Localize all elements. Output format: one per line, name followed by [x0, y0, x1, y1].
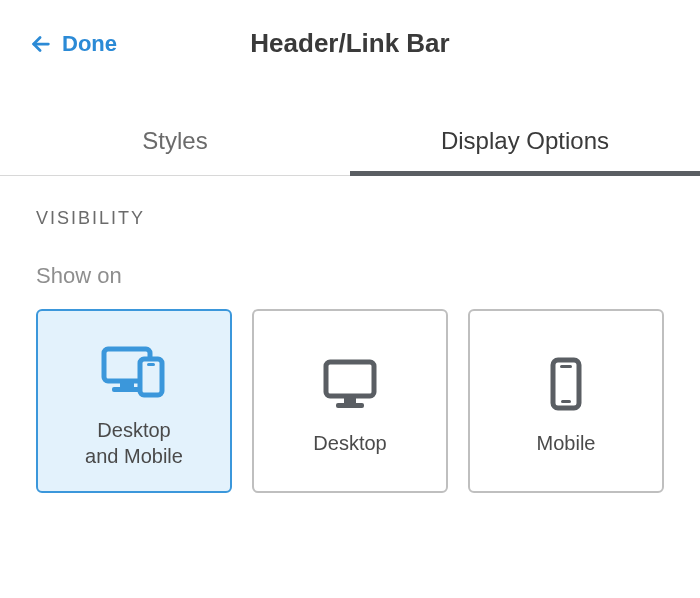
tab-bar: Styles Display Options: [0, 109, 700, 176]
svg-rect-6: [326, 362, 374, 396]
done-button-label: Done: [62, 31, 117, 57]
option-label: Desktop and Mobile: [85, 417, 183, 469]
tab-label: Styles: [142, 127, 207, 154]
svg-rect-2: [120, 383, 134, 387]
tab-styles[interactable]: Styles: [0, 109, 350, 175]
option-label: Desktop: [313, 430, 386, 456]
svg-rect-10: [560, 365, 572, 368]
svg-rect-5: [147, 363, 155, 366]
option-mobile[interactable]: Mobile: [468, 309, 664, 493]
svg-rect-11: [561, 400, 571, 403]
option-label: Mobile: [537, 430, 596, 456]
mobile-icon: [546, 352, 586, 416]
show-on-label: Show on: [36, 263, 664, 289]
option-desktop[interactable]: Desktop: [252, 309, 448, 493]
done-button[interactable]: Done: [30, 31, 117, 57]
svg-rect-8: [336, 403, 364, 408]
arrow-left-icon: [30, 33, 52, 55]
desktop-icon: [320, 352, 380, 416]
visibility-options: Desktop and Mobile Desktop Mobile: [36, 309, 664, 493]
page-title: Header/Link Bar: [250, 28, 449, 59]
svg-rect-7: [344, 398, 356, 403]
tab-label: Display Options: [441, 127, 609, 154]
panel-header: Done Header/Link Bar: [0, 0, 700, 79]
option-desktop-and-mobile[interactable]: Desktop and Mobile: [36, 309, 232, 493]
content-area: VISIBILITY Show on Desktop and Mobile: [0, 176, 700, 525]
tab-display-options[interactable]: Display Options: [350, 109, 700, 175]
desktop-mobile-icon: [98, 339, 170, 403]
section-label-visibility: VISIBILITY: [36, 208, 664, 229]
